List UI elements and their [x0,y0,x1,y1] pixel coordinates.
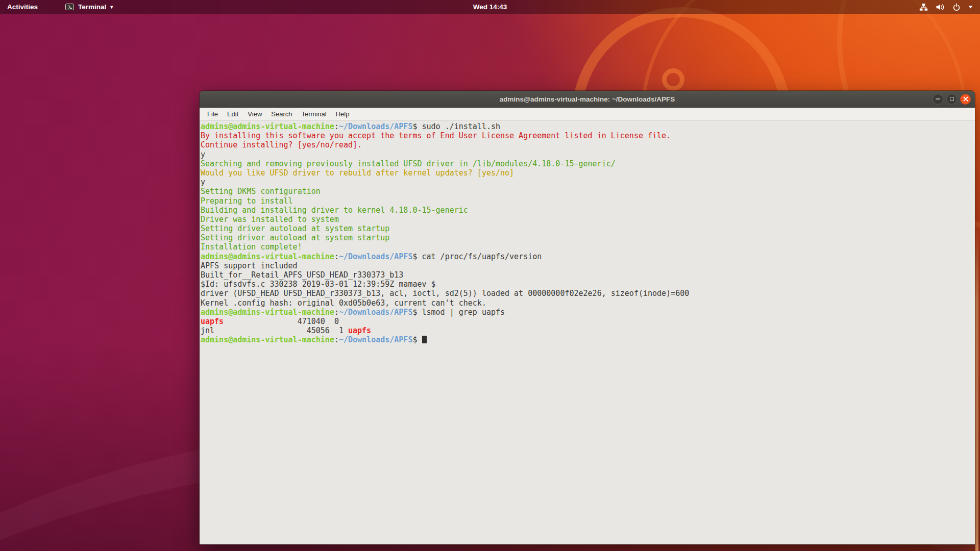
menu-search[interactable]: Search [266,108,297,120]
app-menu-button[interactable]: Terminal ▾ [58,0,120,14]
terminal-text-segment: : [334,252,339,261]
terminal-line: Preparing to install [201,196,975,206]
terminal-line: Building and installing driver to kernel… [201,206,975,215]
minimize-icon [936,98,940,99]
terminal-text-segment: $ [412,335,422,344]
terminal-text-segment: y [201,178,205,187]
window-controls [933,91,971,107]
activities-button[interactable]: Activities [0,0,45,14]
terminal-line: Installation complete! [201,242,975,252]
window-title: admins@admins-virtual-machine: ~/Downloa… [500,95,675,103]
window-titlebar[interactable]: admins@admins-virtual-machine: ~/Downloa… [200,91,975,108]
terminal-text-segment: : [334,308,339,317]
menu-terminal[interactable]: Terminal [297,108,331,120]
close-button[interactable] [960,94,971,105]
terminal-cursor [422,336,427,343]
volume-icon [936,3,945,11]
close-icon [963,96,968,102]
terminal-text-segment: ~/Downloads/APFS [339,122,413,131]
terminal-text-segment: Preparing to install [201,196,293,206]
terminal-line: driver (UFSD_HEAD UFSD_HEAD_r330373_b13,… [201,289,975,298]
terminal-text-segment: admins@admins-virtual-machine [201,122,334,131]
menu-file[interactable]: File [203,108,223,120]
terminal-text-segment: $ lsmod | grep uapfs [412,308,505,317]
terminal-screen[interactable]: admins@admins-virtual-machine:~/Download… [200,121,975,544]
terminal-menubar: File Edit View Search Terminal Help [200,108,975,121]
terminal-text-segment: uapfs [201,317,224,326]
chevron-down-icon: ▾ [110,5,113,10]
terminal-text-segment: : [334,122,339,131]
terminal-text-segment: Continue installing? [yes/no/read]. [201,140,362,149]
terminal-text-segment: jnl 45056 1 [201,326,348,335]
terminal-line: admins@admins-virtual-machine:~/Download… [201,335,975,344]
terminal-text-segment: ~/Downloads/APFS [339,308,413,317]
terminal-line: admins@admins-virtual-machine:~/Download… [201,308,975,317]
terminal-line: admins@admins-virtual-machine:~/Download… [201,252,975,261]
terminal-line: Kernel .config hash: original 0xd05b0e63… [201,298,975,308]
terminal-text-segment: admins@admins-virtual-machine [201,308,334,317]
terminal-text-segment: Setting DKMS configuration [201,187,321,196]
terminal-text-segment: Setting driver autoload at system startu… [201,233,389,242]
power-icon [952,3,961,11]
activities-label: Activities [7,3,38,11]
menu-view[interactable]: View [243,108,266,120]
terminal-text-segment: : [334,335,339,344]
system-status-menu-button[interactable] [912,0,980,14]
terminal-text-segment: Searching and removing previously instal… [201,159,616,168]
terminal-text-segment: Built_for__Retail_APFS_UFSD_HEAD_r330373… [201,270,403,280]
terminal-line: APFS support included [201,261,975,270]
terminal-line: uapfs 471040 0 [201,317,975,326]
terminal-text-segment: Building and installing driver to kernel… [201,206,468,215]
terminal-line: Setting driver autoload at system startu… [201,233,975,242]
desktop: Activities Terminal ▾ Wed 14:43 [0,0,980,551]
terminal-text-segment: $Id: ufsdvfs.c 330238 2019-03-01 12:39:5… [201,280,436,289]
terminal-text-segment: APFS support included [201,261,298,270]
terminal-line: $Id: ufsdvfs.c 330238 2019-03-01 12:39:5… [201,280,975,289]
terminal-line: jnl 45056 1 uapfs [201,326,975,335]
terminal-line: admins@admins-virtual-machine:~/Download… [201,122,975,131]
terminal-line: By installing this software you accept t… [201,131,975,140]
network-wired-icon [919,3,928,11]
terminal-text-segment: ~/Downloads/APFS [339,252,413,261]
clock-button[interactable]: Wed 14:43 [468,0,512,14]
top-bar: Activities Terminal ▾ Wed 14:43 [0,0,980,14]
terminal-text-segment: $ cat /proc/fs/uapfs/version [412,252,542,261]
menu-edit[interactable]: Edit [223,108,243,120]
terminal-line: Built_for__Retail_APFS_UFSD_HEAD_r330373… [201,270,975,280]
terminal-text-segment: y [201,150,205,159]
terminal-line: Searching and removing previously instal… [201,159,975,168]
terminal-text-segment: admins@admins-virtual-machine [201,335,334,344]
chevron-down-icon [968,6,973,9]
terminal-text-segment: admins@admins-virtual-machine [201,252,334,261]
wallpaper-art-band [975,219,978,551]
wallpaper-art-ring [662,68,684,91]
terminal-line: Would you like UFSD driver to rebuild af… [201,168,975,178]
terminal-text-segment: uapfs [348,326,371,335]
maximize-button[interactable] [946,94,957,105]
terminal-text-segment: Installation complete! [201,242,302,252]
terminal-text-segment: Would you like UFSD driver to rebuild af… [201,168,514,178]
terminal-text-segment: 471040 0 [224,317,339,326]
terminal-text-segment: driver (UFSD_HEAD UFSD_HEAD_r330373_b13,… [201,289,689,298]
terminal-text-segment: By installing this software you accept t… [201,131,671,140]
app-menu-label: Terminal [78,3,106,11]
terminal-text-segment: Kernel .config hash: original 0xd05b0e63… [201,298,486,308]
menu-help[interactable]: Help [331,108,354,120]
terminal-line: Continue installing? [yes/no/read]. [201,140,975,149]
terminal-text-segment: $ sudo ./install.sh [412,122,500,131]
terminal-line: Setting DKMS configuration [201,187,975,196]
terminal-line: Setting driver autoload at system startu… [201,224,975,233]
terminal-text-segment: Setting driver autoload at system startu… [201,224,389,233]
terminal-app-icon [65,4,74,10]
terminal-line: y [201,178,975,187]
terminal-window: admins@admins-virtual-machine: ~/Downloa… [199,90,975,545]
minimize-button[interactable] [933,94,943,105]
clock-label: Wed 14:43 [473,3,507,11]
terminal-text-segment: ~/Downloads/APFS [339,335,413,344]
terminal-line: y [201,150,975,159]
maximize-icon [950,97,954,101]
terminal-text-segment: Driver was installed to system [201,215,339,224]
terminal-line: Driver was installed to system [201,215,975,224]
